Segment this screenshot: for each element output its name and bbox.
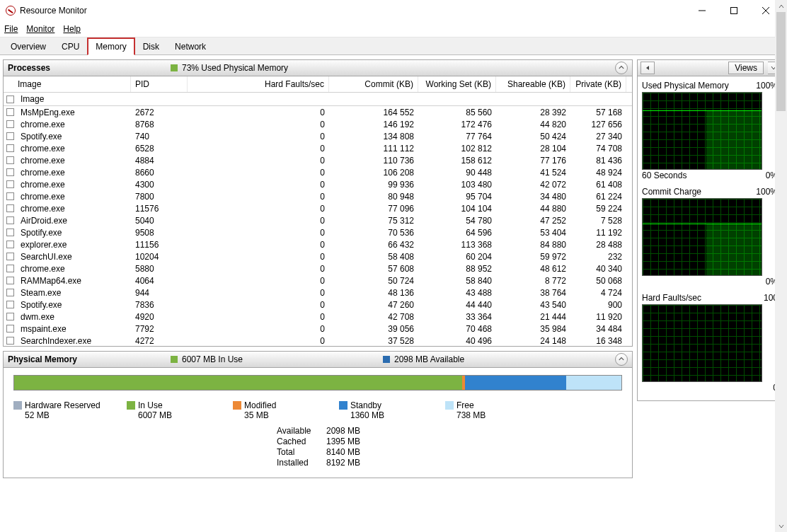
table-row[interactable]: Steam.exe944048 13643 48838 7644 724: [4, 287, 632, 299]
cell-image: chrome.exe: [16, 144, 131, 154]
scroll-thumb[interactable]: [776, 12, 786, 111]
views-button[interactable]: Views: [728, 62, 764, 74]
collapse-processes-button[interactable]: [615, 62, 628, 74]
menu-monitor[interactable]: Monitor: [26, 24, 54, 35]
table-scrollbar[interactable]: [775, 0, 787, 532]
col-shareable[interactable]: Shareable (KB): [496, 76, 570, 92]
cell-shareable: 28 104: [496, 144, 570, 154]
table-row[interactable]: Spotify.exe7400134 80877 76450 42427 340: [4, 130, 632, 142]
col-working-set[interactable]: Working Set (KB): [418, 76, 496, 92]
row-checkbox[interactable]: [4, 313, 16, 320]
table-row[interactable]: chrome.exe48840110 736158 61277 17681 43…: [4, 154, 632, 166]
col-image[interactable]: Image: [4, 76, 131, 92]
table-row[interactable]: dwm.exe4920042 70833 36421 44411 920: [4, 311, 632, 323]
cell-image: RAMMap64.exe: [16, 276, 131, 286]
table-row[interactable]: MsMpEng.exe26720164 55285 56028 39257 16…: [4, 106, 632, 118]
cell-private: 74 708: [570, 144, 626, 154]
row-checkbox[interactable]: [4, 156, 16, 164]
tab-overview[interactable]: Overview: [3, 38, 54, 55]
menu-file[interactable]: File: [4, 24, 18, 35]
cell-image: chrome.exe: [16, 120, 131, 129]
row-checkbox[interactable]: [4, 289, 16, 296]
cell-commit: 50 724: [329, 276, 418, 286]
scroll-down-button[interactable]: [775, 520, 787, 532]
processes-table-body: MsMpEng.exe26720164 55285 56028 39257 16…: [4, 106, 632, 346]
available-icon: [383, 356, 390, 363]
row-checkbox[interactable]: [4, 277, 16, 284]
nav-back-button[interactable]: [640, 62, 655, 74]
row-checkbox[interactable]: [4, 144, 16, 152]
row-checkbox[interactable]: [4, 108, 16, 116]
row-checkbox[interactable]: [4, 325, 16, 332]
collapse-physical-button[interactable]: [615, 353, 628, 366]
table-row[interactable]: SearchUI.exe10204058 40860 20459 972232: [4, 250, 632, 262]
cell-hard-faults: 0: [188, 216, 329, 226]
row-checkbox[interactable]: [4, 180, 16, 188]
row-checkbox[interactable]: [4, 301, 16, 308]
row-checkbox[interactable]: [4, 265, 16, 272]
cell-image: chrome.exe: [16, 264, 131, 274]
row-checkbox[interactable]: [4, 253, 16, 260]
table-row[interactable]: explorer.exe11156066 432113 36884 88028 …: [4, 238, 632, 250]
physical-memory-header[interactable]: Physical Memory 6007 MB In Use 2098 MB A…: [3, 351, 633, 368]
maximize-button[interactable]: [718, 0, 749, 21]
col-hard-faults[interactable]: Hard Faults/sec: [188, 76, 329, 92]
cell-commit: 70 536: [329, 228, 418, 238]
cell-hard-faults: 0: [188, 240, 329, 250]
graph-block: Used Physical Memory100%60 Seconds0%: [642, 79, 778, 181]
cell-pid: 9508: [131, 228, 188, 238]
col-pid[interactable]: PID: [131, 76, 188, 92]
table-row[interactable]: chrome.exe65280111 112102 81228 10474 70…: [4, 142, 632, 154]
tab-cpu[interactable]: CPU: [54, 38, 87, 55]
col-commit[interactable]: Commit (KB): [329, 76, 418, 92]
row-checkbox[interactable]: [4, 132, 16, 140]
row-checkbox[interactable]: [4, 192, 16, 200]
graph-title: Used Physical Memory: [642, 81, 729, 91]
row-checkbox[interactable]: [4, 216, 16, 224]
table-row[interactable]: chrome.exe5880057 60888 95248 61240 340: [4, 262, 632, 274]
row-checkbox[interactable]: [4, 120, 16, 128]
col-private[interactable]: Private (KB): [570, 76, 626, 92]
cell-hard-faults: 0: [188, 324, 329, 334]
tab-memory[interactable]: Memory: [87, 37, 134, 55]
cell-private: 34 484: [570, 324, 626, 334]
table-row[interactable]: AirDroid.exe5040075 31254 78047 2527 528: [4, 214, 632, 226]
row-checkbox[interactable]: [4, 204, 16, 212]
table-row[interactable]: RAMMap64.exe4064050 72458 8408 77250 068: [4, 274, 632, 287]
select-all-checkbox[interactable]: [4, 96, 16, 103]
row-checkbox[interactable]: [4, 168, 16, 176]
minimize-button[interactable]: [686, 0, 718, 21]
row-checkbox[interactable]: [4, 241, 16, 248]
cell-pid: 7800: [131, 192, 188, 202]
physical-memory-title: Physical Memory: [8, 354, 171, 364]
table-row[interactable]: chrome.exe86600106 20890 44841 52448 924: [4, 166, 632, 178]
graphs-panel: Views Used Physical Memory100%60 Seconds…: [637, 59, 783, 528]
processes-header[interactable]: Processes 73% Used Physical Memory: [3, 59, 633, 76]
table-row[interactable]: chrome.exe87680146 192172 47644 820127 6…: [4, 118, 632, 130]
cell-hard-faults: 0: [188, 300, 329, 310]
tab-network[interactable]: Network: [167, 38, 214, 55]
table-row[interactable]: chrome.exe4300099 936103 48042 07261 408: [4, 178, 632, 190]
cell-private: 127 656: [570, 120, 626, 129]
cell-hard-faults: 0: [188, 252, 329, 262]
legend-hardware-reserved: Hardware Reserved 52 MB: [13, 400, 127, 420]
cell-shareable: 84 880: [496, 240, 570, 250]
scroll-up-button[interactable]: [775, 0, 787, 12]
cell-image: mspaint.exe: [16, 324, 131, 334]
cell-shareable: 24 148: [496, 336, 570, 346]
table-row[interactable]: Spotify.exe7836047 26044 44043 540900: [4, 299, 632, 311]
table-row[interactable]: Spotify.exe9508070 53664 59653 40411 192: [4, 226, 632, 238]
tab-disk[interactable]: Disk: [135, 38, 167, 55]
cell-hard-faults: 0: [188, 336, 329, 346]
menu-help[interactable]: Help: [63, 24, 81, 35]
cell-commit: 48 136: [329, 288, 418, 298]
row-checkbox[interactable]: [4, 229, 16, 236]
table-row[interactable]: chrome.exe7800080 94895 70434 48061 224: [4, 190, 632, 202]
table-row[interactable]: SearchIndexer.exe4272037 52840 49624 148…: [4, 335, 632, 346]
table-row[interactable]: chrome.exe11576077 096104 10444 88059 22…: [4, 202, 632, 214]
cell-shareable: 28 392: [496, 108, 570, 117]
cell-image: Spotify.exe: [16, 228, 131, 238]
row-checkbox[interactable]: [4, 337, 16, 345]
table-row[interactable]: mspaint.exe7792039 05670 46835 98434 484: [4, 323, 632, 335]
cell-shareable: 59 972: [496, 252, 570, 262]
